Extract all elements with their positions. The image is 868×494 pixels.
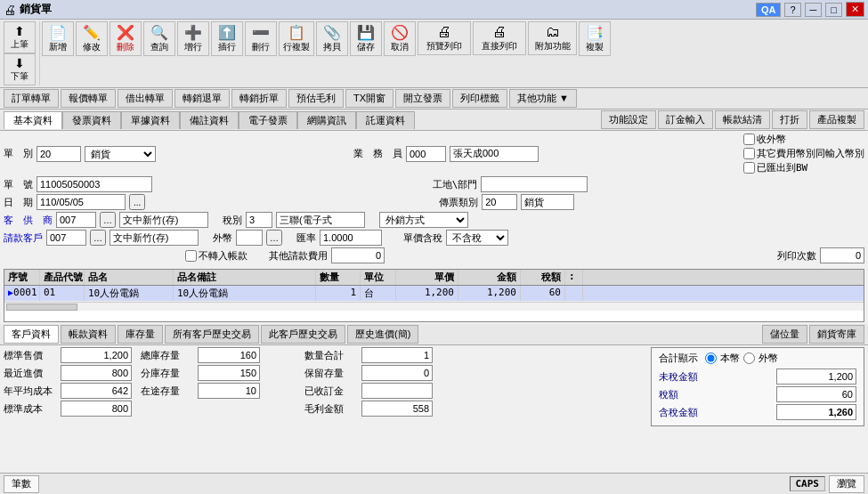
save-button[interactable]: 💾 儲存: [350, 21, 382, 56]
pay-customer-search-button[interactable]: …: [90, 230, 106, 246]
copy-row-button[interactable]: 📋 行複製: [279, 21, 314, 56]
search-button[interactable]: 🔍 查詢: [143, 21, 175, 56]
insert-button[interactable]: ⬆️ 插行: [211, 21, 243, 56]
add-row-button[interactable]: ➕ 增行: [177, 21, 209, 56]
nav-order-transfer[interactable]: 訂單轉單: [4, 89, 59, 108]
ordered-value[interactable]: [361, 383, 433, 399]
sub-stock-value[interactable]: [198, 365, 260, 381]
invoice-type-input[interactable]: [482, 194, 517, 210]
collect-foreign-checkbox[interactable]: [743, 134, 755, 145]
tab-discount[interactable]: 打折: [772, 110, 807, 129]
qty-total-value[interactable]: [361, 347, 433, 363]
nav-create-invoice[interactable]: 開立發票: [395, 89, 450, 108]
customer-label[interactable]: 客 供 商: [4, 214, 53, 227]
total-value[interactable]: [776, 404, 856, 420]
close-button[interactable]: ✕: [846, 2, 864, 17]
nav-estimated-profit[interactable]: 預估毛利: [288, 89, 344, 108]
tab-e-invoice[interactable]: 電子發票: [239, 111, 297, 129]
total-stock-value[interactable]: [198, 347, 260, 363]
minimize-button[interactable]: ─: [805, 3, 823, 17]
tab-product-copy[interactable]: 產品複製: [809, 110, 864, 129]
tab-deposit-input[interactable]: 訂金輸入: [658, 110, 713, 129]
nav-borrow-transfer[interactable]: 借出轉單: [118, 89, 173, 108]
invoice-type-name-input[interactable]: [521, 194, 574, 210]
date-picker-button[interactable]: ...: [129, 194, 145, 210]
nav-quote-transfer[interactable]: 報價轉單: [61, 89, 116, 108]
other-currency-checkbox[interactable]: [743, 148, 755, 159]
exported-bw-label[interactable]: 已匯出到BW: [743, 161, 864, 174]
employee-name-input[interactable]: [450, 146, 539, 162]
nav-return-transfer[interactable]: 轉銷退單: [174, 89, 230, 108]
customer-search-button[interactable]: …: [100, 212, 116, 228]
bottom-tab-customer-history[interactable]: 此客戶歷史交易: [261, 325, 345, 344]
avg-cost-value[interactable]: [61, 383, 132, 399]
employee-input[interactable]: [406, 146, 446, 162]
pay-customer-name-input[interactable]: [110, 230, 199, 246]
tab-notes-info[interactable]: 備註資料: [180, 111, 239, 129]
tab-document-info[interactable]: 單據資料: [121, 111, 180, 129]
currency-ntd-radio[interactable]: [705, 352, 717, 364]
customer-name-input[interactable]: [119, 212, 208, 228]
pay-customer-input[interactable]: [46, 230, 86, 246]
type-select[interactable]: 銷貨: [85, 146, 156, 162]
transit-stock-value[interactable]: [198, 383, 260, 399]
attach-button[interactable]: 📎 拷貝: [316, 21, 348, 56]
tab-online-purchase[interactable]: 網購資訊: [297, 111, 356, 129]
currency-input[interactable]: [236, 230, 263, 246]
currency-foreign-radio[interactable]: [743, 352, 755, 364]
invoice-format-input[interactable]: [276, 212, 365, 228]
currency-search-button[interactable]: …: [266, 230, 282, 246]
copy-button[interactable]: 📑 複製: [579, 21, 611, 56]
other-fee-input[interactable]: [331, 247, 385, 263]
collect-foreign-label[interactable]: 收外幣: [743, 133, 864, 146]
exported-bw-checkbox[interactable]: [743, 162, 755, 174]
no-transfer-checkbox[interactable]: [185, 250, 197, 262]
std-cost-value[interactable]: [61, 401, 132, 417]
dept-input[interactable]: [481, 176, 588, 192]
next-button[interactable]: ⬇ 下筆: [4, 53, 36, 85]
sale-method-select[interactable]: 外銷方式: [379, 212, 468, 228]
std-price-value[interactable]: [61, 347, 132, 363]
delete-button[interactable]: ❌ 刪除: [110, 21, 142, 56]
tab-logistics[interactable]: 託運資料: [356, 111, 415, 129]
reserved-stock-value[interactable]: [361, 365, 433, 381]
del-row-button[interactable]: ➖ 刪行: [245, 21, 277, 56]
tab-account-clear[interactable]: 帳款結清: [715, 110, 770, 129]
bottom-tab-location[interactable]: 儲位量: [762, 325, 807, 344]
pretax-value[interactable]: [776, 368, 856, 385]
tax-input[interactable]: [246, 212, 272, 228]
no-input[interactable]: [37, 176, 152, 192]
preview-print-button[interactable]: 🖨 預覽列印: [418, 21, 471, 55]
direct-print-button[interactable]: 🖨 直接列印: [473, 21, 526, 55]
edit-button[interactable]: ✏️ 修改: [76, 21, 108, 56]
tab-function-settings[interactable]: 功能設定: [601, 110, 656, 129]
new-button[interactable]: 📄 新增: [42, 21, 74, 56]
tab-invoice-info[interactable]: 發票資料: [62, 111, 121, 129]
addon-button[interactable]: 🗂 附加功能: [528, 21, 577, 55]
date-input[interactable]: [37, 194, 126, 210]
bottom-tab-cost-history[interactable]: 歷史進價(簡): [347, 325, 418, 344]
recent-price-value[interactable]: [61, 365, 132, 381]
bottom-tab-customer[interactable]: 客戶資料: [4, 325, 59, 344]
bottom-tab-stock[interactable]: 庫存量: [118, 325, 163, 344]
other-currency-label[interactable]: 其它費用幣別同輸入幣別: [743, 147, 864, 160]
print-count-input[interactable]: [820, 247, 864, 263]
nav-other-functions[interactable]: 其他功能 ▼: [509, 89, 577, 108]
bottom-tab-all-history[interactable]: 所有客戶歷史交易: [165, 325, 259, 344]
type-input[interactable]: [37, 146, 81, 162]
bottom-tab-accounts[interactable]: 帳款資料: [61, 325, 116, 344]
tab-basic-info[interactable]: 基本資料: [4, 111, 62, 129]
qa-badge[interactable]: QA: [756, 3, 782, 17]
prev-button[interactable]: ⬆ 上筆: [4, 21, 36, 53]
nav-tx-window[interactable]: TX開窗: [345, 89, 393, 108]
nav-discount-transfer[interactable]: 轉銷折單: [231, 89, 287, 108]
maximize-button[interactable]: □: [825, 3, 842, 17]
browse-button[interactable]: 瀏覽: [829, 475, 864, 493]
pay-customer-label[interactable]: 請款客戶: [4, 231, 43, 245]
table-row[interactable]: ▶0001 01 10人份電鍋 10人份電鍋 1 台 1,200 1,200 6…: [4, 286, 864, 302]
profit-value[interactable]: [361, 401, 433, 417]
rate-input[interactable]: [320, 230, 382, 246]
unit-price-tax-select[interactable]: 不含稅: [446, 230, 508, 246]
cancel-button[interactable]: 🚫 取消: [384, 21, 416, 56]
customer-input[interactable]: [56, 212, 96, 228]
